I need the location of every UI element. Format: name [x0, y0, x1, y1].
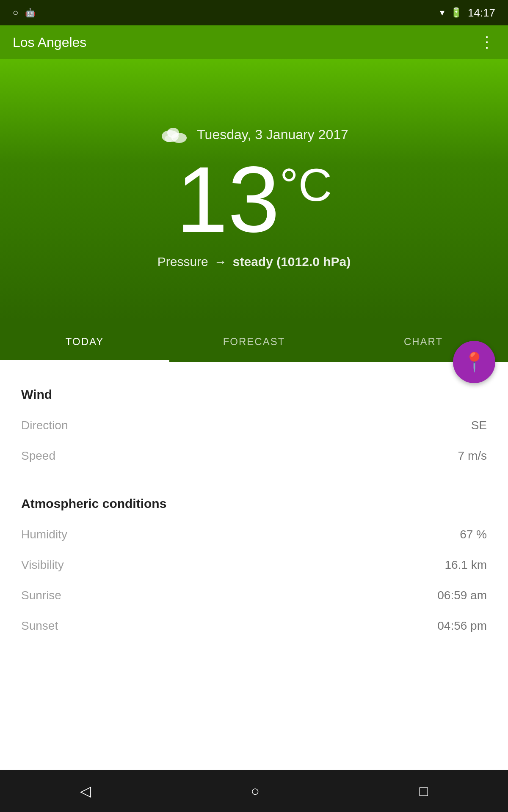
weather-hero: Tuesday, 3 January 2017 13 °C Pressure →…	[0, 59, 508, 321]
humidity-label: Humidity	[21, 528, 460, 541]
tab-today-label: TODAY	[66, 336, 104, 348]
weather-temperature: 13 °C	[176, 153, 332, 246]
wind-direction-value: SE	[471, 419, 487, 432]
temp-number: 13	[176, 153, 280, 246]
weather-date: Tuesday, 3 January 2017	[197, 127, 348, 143]
weather-pressure: Pressure → steady (1012.0 hPa)	[157, 255, 351, 269]
cloud-icon	[160, 124, 189, 145]
pressure-label: Pressure	[157, 255, 208, 269]
battery-icon: 🔋	[450, 7, 462, 18]
wind-section: Wind Direction SE Speed 7 m/s	[21, 387, 487, 463]
wind-section-title: Wind	[21, 387, 487, 402]
atmospheric-section-title: Atmospheric conditions	[21, 497, 487, 511]
tabs-container: TODAY FORECAST CHART 📍	[0, 321, 508, 362]
wind-speed-row: Speed 7 m/s	[21, 449, 487, 463]
nav-back-icon[interactable]: ◁	[80, 782, 91, 799]
visibility-label: Visibility	[21, 558, 444, 572]
section-divider	[21, 480, 487, 497]
status-time: 14:17	[468, 6, 495, 19]
wind-direction-label: Direction	[21, 419, 471, 432]
status-bar-right: ▾ 🔋 14:17	[440, 6, 495, 19]
humidity-value: 67 %	[460, 528, 487, 541]
wind-speed-value: 7 m/s	[458, 449, 487, 463]
android-icon: 🤖	[25, 8, 36, 18]
tab-forecast[interactable]: FORECAST	[169, 321, 339, 362]
pressure-arrow: →	[214, 255, 227, 269]
sunrise-row: Sunrise 06:59 am	[21, 589, 487, 602]
sunset-value: 04:56 pm	[437, 619, 487, 633]
visibility-value: 16.1 km	[444, 558, 487, 572]
tab-today[interactable]: TODAY	[0, 321, 169, 362]
tab-chart-label: CHART	[404, 336, 443, 348]
wifi-icon: ▾	[440, 7, 444, 18]
wind-direction-row: Direction SE	[21, 419, 487, 432]
menu-button[interactable]: ⋮	[479, 35, 495, 50]
content-area: Wind Direction SE Speed 7 m/s Atmospheri…	[0, 362, 508, 675]
pressure-value: steady (1012.0 hPa)	[233, 255, 351, 269]
weather-date-row: Tuesday, 3 January 2017	[160, 124, 348, 145]
status-bar: ○ 🤖 ▾ 🔋 14:17	[0, 0, 508, 25]
atmospheric-section: Atmospheric conditions Humidity 67 % Vis…	[21, 497, 487, 633]
sunrise-value: 06:59 am	[437, 589, 487, 602]
bottom-navigation: ◁ ○ □	[0, 770, 508, 812]
sunset-label: Sunset	[21, 619, 437, 633]
nav-home-icon[interactable]: ○	[251, 783, 260, 799]
wind-speed-label: Speed	[21, 449, 458, 463]
nav-recent-icon[interactable]: □	[420, 783, 428, 799]
sunset-row: Sunset 04:56 pm	[21, 619, 487, 633]
visibility-row: Visibility 16.1 km	[21, 558, 487, 572]
svg-point-3	[165, 135, 173, 142]
app-header: Los Angeles ⋮	[0, 25, 508, 59]
temp-unit: °C	[280, 162, 332, 208]
location-icon: 📍	[463, 351, 486, 373]
sunrise-label: Sunrise	[21, 589, 437, 602]
city-name: Los Angeles	[13, 35, 86, 50]
notification-icon: ○	[13, 7, 18, 18]
humidity-row: Humidity 67 %	[21, 528, 487, 541]
location-fab[interactable]: 📍	[453, 341, 495, 383]
status-bar-left: ○ 🤖	[13, 7, 36, 18]
tab-forecast-label: FORECAST	[223, 336, 285, 348]
